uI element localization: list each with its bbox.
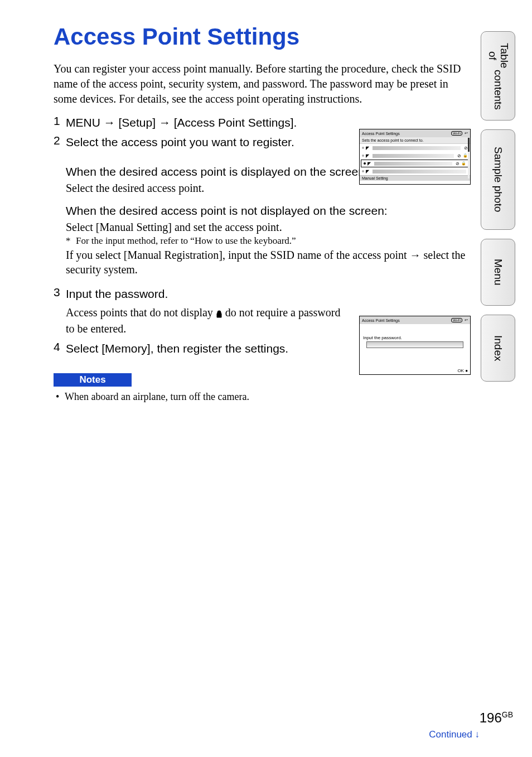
sub-heading: When the desired access point is not dis… [66,204,472,218]
page-number: 196GB [480,710,513,726]
step-number: 4 [54,340,66,354]
tab-label: Menu [492,259,504,286]
scrollbar [468,138,470,179]
tab-label: Index [492,335,504,361]
step-1: 1 MENU → [Setup] → [Access Point Setting… [54,114,472,131]
screenshot-header: Access Point Settings Wi-Fi ↩ [360,129,470,137]
password-label: Input the password. [363,335,470,340]
tab-label: contents [492,70,504,110]
step-3: 3 Input the password. [54,286,472,302]
step-number: 1 [54,114,66,128]
nolock-icon: ⊘ [457,153,461,158]
screenshot-header: Access Point Settings Wi-Fi ↩ [360,316,470,324]
manual-setting-row: Manual Setting [360,175,470,181]
ap-row: ◤⊘ [360,144,470,152]
footnote: * For the input method, refer to “How to… [66,235,472,247]
tab-index[interactable]: Index [481,315,515,382]
back-icon: ↩ [465,131,468,136]
screenshot-title: Access Point Settings [362,132,400,136]
lock-icon [216,307,223,321]
step-subtext: Access points that do not display do not… [66,305,345,335]
signal-icon: ◤ [366,146,369,151]
arrow-right-icon: → [159,116,171,129]
back-icon: ↩ [465,318,468,322]
scrollbar-thumb [468,138,470,152]
tab-label: Table of [486,42,510,70]
wifi-badge: Wi-Fi [451,131,462,136]
screenshot-password-input: Access Point Settings Wi-Fi ↩ Input the … [359,316,471,375]
step-fragment: [Access Point Settings]. [171,116,297,129]
step-text: Input the password. [66,286,168,302]
arrow-right-icon: → [410,249,421,261]
asterisk: * [66,235,76,247]
note-item: • When aboard an airplane, turn off the … [56,391,472,403]
text-fragment: If you select [Manual Registration], inp… [66,249,410,261]
step-text: Select the access point you want to regi… [66,134,294,150]
signal-icon: ◤ [366,169,369,174]
tab-sample-photo[interactable]: Sample photo [481,129,515,230]
step-fragment: MENU [66,116,104,129]
ssid-placeholder [374,162,452,166]
ap-row-selected: ◤⊘🔒 [361,160,469,167]
step-number: 2 [54,134,66,147]
continued-indicator: Continued ↓ [429,729,480,740]
svg-rect-0 [217,314,221,317]
nolock-icon: ⊘ [456,161,460,166]
page-number-value: 196 [480,710,502,725]
tab-label: Sample photo [492,147,504,212]
bullet-icon: • [56,391,65,403]
signal-icon: ◤ [367,161,371,166]
sub-body: If you select [Manual Registration], inp… [66,248,472,277]
footnote-text: For the input method, refer to “How to u… [76,235,296,247]
ap-row: ◤ [360,167,470,175]
step-number: 3 [54,286,66,299]
tab-menu[interactable]: Menu [481,239,515,306]
step-fragment: [Setup] [115,116,159,129]
notes-heading: Notes [54,373,132,387]
radio-icon [364,162,366,165]
nolock-icon: ⊘ [464,146,468,151]
page-title: Access Point Settings [54,23,474,50]
ok-label: OK ● [457,368,468,373]
screenshot-subtitle: Sets the access point to connect to. [360,137,470,144]
radio-icon [362,155,364,157]
screenshot-title: Access Point Settings [362,319,400,322]
arrow-right-icon: → [104,116,115,129]
page-number-suffix: GB [502,710,513,719]
sub-body: Select [Manual Setting] and set the acce… [66,220,472,234]
password-input-box [366,341,463,348]
wifi-badge: Wi-Fi [451,318,462,322]
ap-row: ◤⊘🔒 [360,152,470,160]
ssid-placeholder [373,146,461,150]
ssid-placeholder [373,170,466,173]
tab-table-of-contents[interactable]: Table of contents [481,31,515,120]
lock-icon: 🔒 [461,161,466,166]
step-text: MENU → [Setup] → [Access Point Settings]… [66,114,345,131]
ssid-placeholder [373,154,454,158]
step-text: Select [Memory], then register the setti… [66,340,288,356]
radio-icon [362,147,364,149]
lock-icon: 🔒 [463,153,468,158]
note-text: When aboard an airplane, turn off the ca… [65,391,249,403]
signal-icon: ◤ [366,153,369,158]
intro-paragraph: You can register your access point manua… [54,61,472,107]
text-fragment: Access points that do not display [66,306,216,319]
radio-icon [362,170,364,172]
screenshot-access-point-list: Access Point Settings Wi-Fi ↩ Sets the a… [359,129,471,185]
